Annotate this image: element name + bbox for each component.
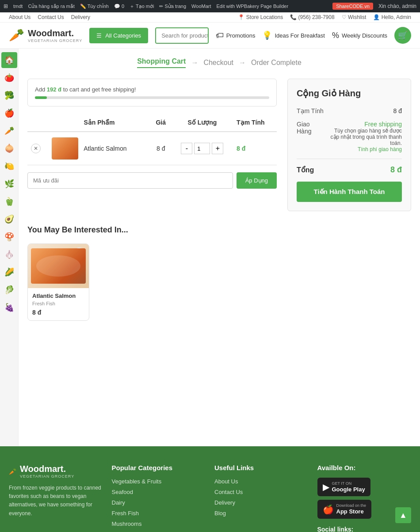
- sidebar-item-8[interactable]: 🌿: [1, 176, 17, 192]
- sidebar-item-11[interactable]: 🍄: [1, 229, 17, 245]
- sidebar-icon-mushroom[interactable]: 🍄: [1, 229, 17, 245]
- price-cell: 8 đ: [150, 132, 172, 165]
- arrow-2: →: [239, 59, 246, 67]
- play-store-text: GET IT ON Google Play: [332, 481, 365, 493]
- shipping-text: Add 192 đ to cart and get free shipping!: [35, 86, 269, 93]
- sidebar-item-2[interactable]: 🍅: [1, 70, 17, 86]
- wishlist-link[interactable]: ♡ Wishlist: [342, 14, 367, 20]
- logo-icon: 🥕: [9, 28, 24, 42]
- customize-link[interactable]: ✏️ Tùy chỉnh: [80, 4, 109, 9]
- discounts-nav[interactable]: % Weekly Discounts: [332, 31, 387, 40]
- sidebar-icon-carrot[interactable]: 🥕: [1, 123, 17, 139]
- scroll-to-top-button[interactable]: ▲: [395, 507, 411, 523]
- edit-page-link[interactable]: ✏ Sửa trang: [159, 4, 186, 9]
- shipping-calc-link[interactable]: Tính phí giao hàng: [325, 146, 402, 152]
- qty-cell: - +: [172, 132, 233, 165]
- coupon-input[interactable]: [27, 172, 233, 189]
- delivery-link[interactable]: Delivery: [71, 14, 90, 20]
- sidebar-item-7[interactable]: 🍋: [1, 158, 17, 174]
- categories-button[interactable]: ☰ All Categories: [89, 28, 148, 43]
- footer-link-3[interactable]: Delivery: [214, 499, 309, 506]
- download-on: Download on the: [336, 503, 367, 508]
- arrow-1: →: [191, 59, 198, 67]
- qty-minus-button[interactable]: -: [181, 143, 192, 154]
- app-store-button[interactable]: 🍎 Download on the App Store: [317, 500, 372, 518]
- col-qty: Số Lượng: [172, 114, 233, 132]
- sidebar-icon-lemon[interactable]: 🍋: [1, 158, 17, 174]
- remove-cell: ✕: [27, 132, 48, 165]
- main-content: Shopping Cart → Checkout → Order Complet…: [19, 49, 420, 446]
- sidebar-icon-pepper[interactable]: 🫑: [1, 194, 17, 209]
- coupon-apply-button[interactable]: Áp Dụng: [237, 172, 277, 189]
- discounts-label: Weekly Discounts: [342, 32, 387, 39]
- woomart-link[interactable]: WooMart: [191, 4, 211, 9]
- product-name[interactable]: Atlantic Salmon: [84, 145, 126, 152]
- about-us-link[interactable]: About Us: [9, 14, 31, 20]
- cart-button[interactable]: 🛒: [394, 27, 411, 44]
- sidebar-item-6[interactable]: 🧅: [1, 141, 17, 156]
- breadcrumb-cart[interactable]: Shopping Cart: [137, 57, 186, 68]
- comments-link[interactable]: 💬 0: [114, 4, 124, 9]
- sidebar-icon-garlic[interactable]: 🧄: [1, 247, 17, 262]
- footer-cat-5[interactable]: Mushrooms: [112, 520, 206, 527]
- tmdt-link[interactable]: tmdt: [13, 4, 23, 9]
- logo[interactable]: 🥕 Woodmart. VEGETARIAN GROCERY: [9, 28, 82, 43]
- product-card-1[interactable]: ♡ Atlantic Salmon Fresh Fish 8 đ: [27, 243, 89, 321]
- app-store-text: Download on the App Store: [336, 503, 367, 515]
- qty-plus-button[interactable]: +: [212, 143, 223, 154]
- subtotal-label: Tạm Tính: [297, 107, 324, 114]
- sidebar-icon-corn[interactable]: 🌽: [1, 264, 17, 280]
- sidebar-item-13[interactable]: 🌽: [1, 264, 17, 280]
- sidebar-icon-avocado[interactable]: 🥑: [1, 211, 17, 227]
- shipping-amount: 192 đ: [47, 86, 61, 93]
- cart-section: Add 192 đ to cart and get free shipping!…: [27, 79, 411, 211]
- sidebar-item-12[interactable]: 🧄: [1, 247, 17, 262]
- footer-link-1[interactable]: About Us: [214, 478, 309, 485]
- sidebar-icon-herb[interactable]: 🌿: [1, 176, 17, 192]
- sidebar-item-14[interactable]: 🥬: [1, 282, 17, 298]
- checkout-button[interactable]: Tiến Hành Thanh Toán: [297, 182, 402, 202]
- promotions-label: Promotions: [226, 32, 256, 39]
- shipping-label: Giao Hàng: [297, 121, 325, 135]
- contact-us-link[interactable]: Contact Us: [38, 14, 64, 20]
- shipping-row: Giao Hàng Free shipping Tùy chọn giao hà…: [297, 121, 402, 152]
- footer-link-2[interactable]: Contact Us: [214, 488, 309, 495]
- footer-link-4[interactable]: Blog: [214, 509, 309, 517]
- store-locations[interactable]: 📍 Store Locations: [238, 14, 283, 20]
- search-input[interactable]: [156, 28, 209, 43]
- sidebar-icon-grapes[interactable]: 🍇: [1, 300, 17, 315]
- breadcrumb-checkout[interactable]: Checkout: [203, 59, 233, 67]
- sidebar-icon-tomato[interactable]: 🍅: [1, 70, 17, 86]
- footer-cat-4[interactable]: Fresh Fish: [112, 509, 206, 517]
- remove-button[interactable]: ✕: [31, 144, 41, 153]
- promotions-nav[interactable]: 🏷 Promotions: [216, 31, 256, 40]
- footer-cat-1[interactable]: Vegetables & Fruits: [112, 478, 206, 485]
- page-builder-link[interactable]: Edit with WPBakery Page Builder: [217, 4, 289, 9]
- sidebar-item-4[interactable]: 🍎: [1, 105, 17, 121]
- qty-input[interactable]: [194, 143, 210, 154]
- sidebar-icon-lettuce[interactable]: 🥬: [1, 282, 17, 298]
- col-remove: [27, 114, 48, 132]
- store-name[interactable]: Cửa hàng sắp ra mắt: [28, 4, 74, 9]
- sidebar-item-9[interactable]: 🫑: [1, 194, 17, 209]
- shipping-prefix: Add: [35, 86, 45, 93]
- sidebar-icon-home[interactable]: 🏠: [1, 52, 17, 68]
- sidebar-icon-broccoli[interactable]: 🥦: [1, 87, 17, 103]
- footer-cat-3[interactable]: Dairy: [112, 499, 206, 506]
- google-play-button[interactable]: ▶ GET IT ON Google Play: [317, 478, 370, 496]
- product-image: [52, 137, 78, 160]
- footer-categories-list: Vegetables & Fruits Seafood Dairy Fresh …: [112, 478, 206, 527]
- sidebar-icon-onion[interactable]: 🧅: [1, 141, 17, 156]
- footer-cat-2[interactable]: Seafood: [112, 488, 206, 495]
- sidebar-item-10[interactable]: 🥑: [1, 211, 17, 227]
- sidebar-item-3[interactable]: 🥦: [1, 87, 17, 103]
- sidebar-icon-apple[interactable]: 🍎: [1, 105, 17, 121]
- ideas-nav[interactable]: 💡 Ideas For Breakfast: [262, 30, 325, 40]
- sidebar-item-5[interactable]: 🥕: [1, 123, 17, 139]
- breadcrumb-complete[interactable]: Order Complete: [251, 59, 302, 67]
- product-card-info: Atlantic Salmon Fresh Fish 8 đ: [28, 288, 89, 320]
- sidebar-item-1[interactable]: 🏠: [1, 52, 17, 68]
- wp-icon: ⊞: [4, 3, 8, 9]
- add-new-link[interactable]: ＋ Tạo mới: [130, 3, 154, 10]
- sidebar-item-15[interactable]: 🍇: [1, 300, 17, 315]
